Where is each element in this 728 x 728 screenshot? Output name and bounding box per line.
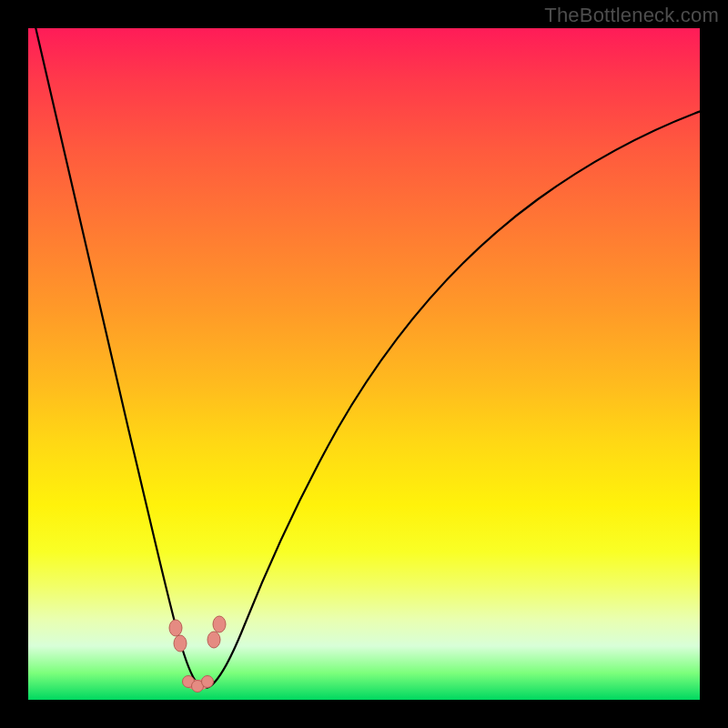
marker-dot (202, 676, 214, 688)
marker-dot (207, 632, 220, 648)
marker-dot (174, 635, 187, 652)
marker-connector (188, 682, 207, 685)
curve-layer (28, 28, 700, 700)
watermark-text: TheBottleneck.com (544, 4, 719, 27)
plot-area (28, 28, 700, 700)
bottleneck-curve (34, 28, 700, 688)
chart-stage: TheBottleneck.com (0, 0, 728, 728)
marker-dot (192, 681, 204, 693)
trough-markers (169, 616, 226, 693)
marker-dot (169, 620, 182, 636)
marker-dot (183, 676, 195, 688)
marker-dot (213, 616, 226, 632)
